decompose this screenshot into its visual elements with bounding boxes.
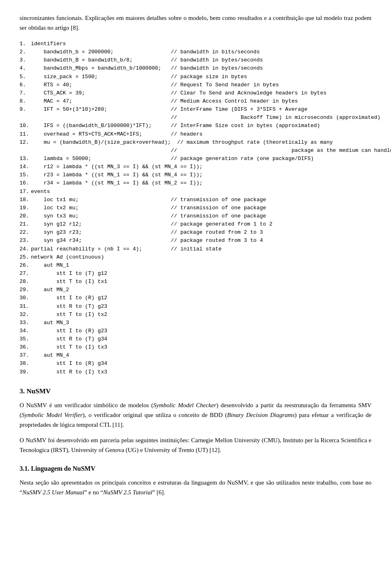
- line-content: stt R to (I) tx3: [31, 368, 371, 376]
- line-number: 26.: [20, 261, 31, 270]
- section3-paragraph2: O NuSMV foi desenvolvido em parceria pel…: [20, 435, 371, 455]
- line-content: stt I to (T) g12: [31, 270, 371, 278]
- line-number: 10.: [20, 122, 31, 130]
- line-content: size_pack = 1500; // package size in byt…: [31, 73, 371, 81]
- line-content: loc tx2 mu; // transmission of one packa…: [31, 204, 371, 212]
- line-number: 11.: [20, 130, 31, 138]
- line-content: syn g12 r12; // package generated from 1…: [31, 220, 371, 228]
- code-line: 13. lambda = 50000; // package generatio…: [20, 155, 371, 163]
- line-content: bandwidth_Mbps = bandwidth_b/1000000; //…: [31, 64, 371, 72]
- line-content: IFS = ((bandwidth_B/1000000)*IFT); // In…: [31, 122, 371, 130]
- p1-italic2: Symbolic Model Verifier: [22, 412, 83, 418]
- code-line: 38. stt I to (R) g34: [20, 360, 371, 368]
- subsection-heading: 3.1. Linguagem do NuSMV: [20, 464, 371, 474]
- line-number: [20, 147, 31, 155]
- code-line: 7. CTS_ACK = 39; // Clear To Send and Ac…: [20, 89, 371, 97]
- code-line: 29. aut MN_2: [20, 286, 371, 294]
- line-content: aut MN_1: [31, 261, 371, 270]
- code-line: 33. aut MN_3: [20, 319, 371, 327]
- line-number: [20, 114, 31, 122]
- line-number: 12.: [20, 138, 31, 147]
- line-content: network Ad (continuous): [31, 253, 371, 261]
- code-line: 5. size_pack = 1500; // package size in …: [20, 73, 371, 81]
- line-content: identifiers: [31, 40, 371, 48]
- line-content: overhead = RTS+CTS_ACK+MAC+IFS; // heade…: [31, 130, 371, 138]
- code-block: 1.identifiers2. bandwidth_b = 2000000; /…: [20, 40, 371, 376]
- line-content: bandwidth_B = bandwidth_b/8; // bandwidt…: [31, 56, 371, 64]
- p3-text2: ” e no “: [84, 489, 103, 496]
- line-number: 5.: [20, 73, 31, 81]
- line-content: stt I to (R) g12: [31, 294, 371, 302]
- code-line: 23. syn g34 r34; // package routed from …: [20, 237, 371, 245]
- code-line: 21. syn g12 r12; // package generated fr…: [20, 220, 371, 228]
- line-number: 33.: [20, 319, 31, 327]
- code-line: 17.events: [20, 188, 371, 196]
- line-content: stt T to (I) tx2: [31, 311, 371, 319]
- code-line: 10. IFS = ((bandwidth_B/1000000)*IFT); /…: [20, 122, 371, 130]
- code-line: 11. overhead = RTS+CTS_ACK+MAC+IFS; // h…: [20, 130, 371, 138]
- code-line: 8. MAC = 47; // Medium Access Control he…: [20, 97, 371, 105]
- line-number: 30.: [20, 294, 31, 302]
- line-number: 16.: [20, 179, 31, 187]
- line-number: 14.: [20, 163, 31, 171]
- p1-italic1: Symbolic Model Checker: [153, 402, 216, 408]
- p3-text3: ” [6].: [152, 489, 165, 496]
- line-content: lambda = 50000; // package generation ra…: [31, 155, 371, 163]
- intro-paragraph: sincronizantes funcionais. Explicações e…: [20, 13, 371, 33]
- line-number: 8.: [20, 97, 31, 105]
- line-number: 32.: [20, 311, 31, 319]
- line-number: 18.: [20, 196, 31, 204]
- code-line: 37. aut MN_4: [20, 351, 371, 360]
- p3-italic1: NuSMV 2.5 User Manual: [22, 489, 84, 496]
- code-line: 9. IFT = 50+(3*10)+280; // InterFrame Ti…: [20, 105, 371, 114]
- code-line: 1.identifiers: [20, 40, 371, 48]
- line-content: syn g23 r23; // package routed from 2 to…: [31, 228, 371, 237]
- line-number: 29.: [20, 286, 31, 294]
- code-line: 31. stt R to (T) g23: [20, 303, 371, 311]
- line-content: r23 = lambda * ((st MN_1 == I) && (st MN…: [31, 171, 371, 179]
- code-line: 2. bandwidth_b = 2000000; // bandwidth i…: [20, 48, 371, 56]
- line-number: 22.: [20, 228, 31, 237]
- line-number: 23.: [20, 237, 31, 245]
- code-line: 25.network Ad (continuous): [20, 253, 371, 261]
- line-content: stt R to (T) g23: [31, 303, 371, 311]
- line-number: 13.: [20, 155, 31, 163]
- code-line: 4. bandwidth_Mbps = bandwidth_b/1000000;…: [20, 64, 371, 72]
- line-number: 21.: [20, 220, 31, 228]
- line-content: stt I to (R) g34: [31, 360, 371, 368]
- line-content: stt I to (R) g23: [31, 327, 371, 335]
- line-content: r34 = lambda * ((st MN_1 == I) && (st MN…: [31, 179, 371, 187]
- line-content: stt T to (I) tx3: [31, 343, 371, 351]
- code-line: // package as the medium can handle): [20, 147, 371, 155]
- p1-text: O NuSMV é um verificador simbólico de mo…: [20, 402, 153, 408]
- code-line: 27. stt I to (T) g12: [20, 270, 371, 278]
- code-line: 18. loc tx1 mu; // transmission of one p…: [20, 196, 371, 204]
- code-line: 34. stt I to (R) g23: [20, 327, 371, 335]
- line-number: 37.: [20, 351, 31, 360]
- line-content: stt R to (T) g34: [31, 335, 371, 343]
- code-line: 26. aut MN_1: [20, 261, 371, 270]
- code-line: 22. syn g23 r23; // package routed from …: [20, 228, 371, 237]
- line-number: 19.: [20, 204, 31, 212]
- line-number: 25.: [20, 253, 31, 261]
- line-content: r12 = lambda * ((st MN_3 == I) && (st MN…: [31, 163, 371, 171]
- section3-heading: 3. NuSMV: [20, 386, 371, 397]
- line-number: 39.: [20, 368, 31, 376]
- code-line: 30. stt I to (R) g12: [20, 294, 371, 302]
- line-number: 7.: [20, 89, 31, 97]
- line-content: // package as the medium can handle): [31, 147, 391, 155]
- line-number: 34.: [20, 327, 31, 335]
- line-number: 3.: [20, 56, 31, 64]
- line-number: 28.: [20, 278, 31, 286]
- line-number: 38.: [20, 360, 31, 368]
- line-content: aut MN_4: [31, 351, 371, 360]
- line-number: 6.: [20, 81, 31, 89]
- code-line: 32. stt T to (I) tx2: [20, 311, 371, 319]
- code-line: 39. stt R to (I) tx3: [20, 368, 371, 376]
- line-number: 20.: [20, 212, 31, 220]
- line-content: mu = (bandwidth_B)/(size_pack+overhead);…: [31, 138, 371, 147]
- p1-text3: ), o verificador original que utiliza o …: [83, 412, 227, 418]
- p3-italic2: NuSMV 2.5 Tutorial: [103, 489, 152, 496]
- line-number: 27.: [20, 270, 31, 278]
- line-content: events: [31, 188, 371, 196]
